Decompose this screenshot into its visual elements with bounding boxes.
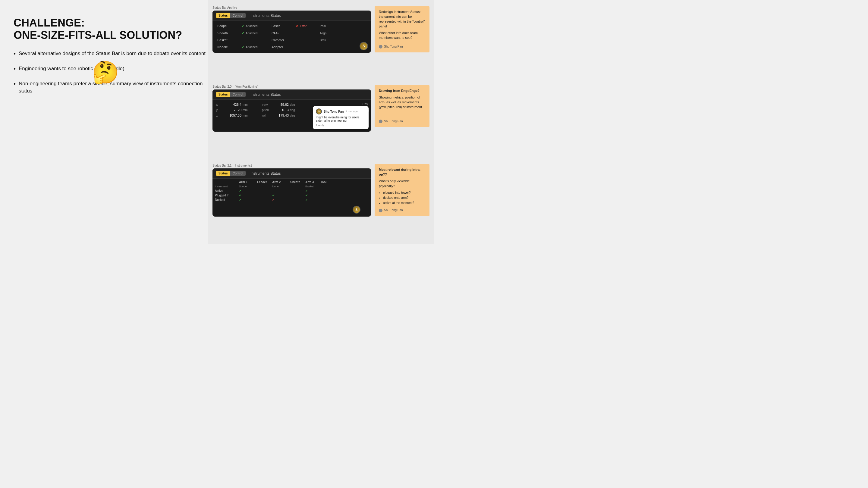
- author-icon-3: [379, 209, 382, 213]
- thinking-emoji: 🤔: [92, 60, 119, 85]
- cell-adapter-status: [294, 44, 318, 50]
- row3-sticky-author: Shu Tong Pan: [379, 208, 425, 213]
- bullet-dot: •: [13, 64, 16, 73]
- right-panel: Status Bar Archive Status Control Instru…: [208, 0, 434, 244]
- cell-basket-label: Basket: [216, 38, 240, 42]
- cell-scope-label: Scope: [216, 23, 240, 29]
- row3-mockup-wrapper: Status Bar 2.1 – Instruments? Status Con…: [213, 164, 371, 217]
- row2-sticky-text: Drawing from EngoEnge? Showing metrics: …: [379, 89, 425, 117]
- row3-toggle[interactable]: Status Control: [216, 171, 246, 176]
- row2-title: Instruments Status: [250, 93, 281, 97]
- row1-label: Status Bar Archive: [213, 6, 371, 9]
- cell-adapter-label: Adapter: [270, 44, 294, 50]
- row3-avatar-container: S: [352, 206, 361, 214]
- row3-control-btn[interactable]: Control: [230, 171, 246, 176]
- row1-sticky-text: Redesign Instrument Status: the current …: [379, 10, 425, 42]
- comment-header: S Shu Tong Pan 7 mo. ago: [316, 108, 366, 115]
- comment-avatar: S: [316, 108, 322, 115]
- row3-sticky: Most relevant during intra-op?? What's o…: [375, 164, 430, 216]
- cell-sheath-status: ✔Attached: [240, 30, 270, 36]
- row1-mockup: Status Control Instruments Status Scope …: [213, 10, 371, 53]
- instr-sub-header: Instrument Scope None Basket: [215, 185, 369, 188]
- row1-title: Instruments Status: [250, 13, 281, 18]
- row2-control-btn[interactable]: Control: [230, 92, 246, 97]
- instr-docked-row: Docked ✔ ✕ ✔: [215, 198, 369, 201]
- cell-laser-label: Laser: [270, 23, 294, 29]
- row1-instruments: Scope ✔Attached Laser ✕Error Posi Sheath…: [213, 21, 371, 53]
- row1-mockup-wrapper: Status Bar Archive Status Control Instru…: [213, 6, 371, 53]
- cell-empty: [318, 44, 334, 50]
- row2-sticky: Drawing from EngoEnge? Showing metrics: …: [375, 85, 430, 127]
- row3-sticky-text: Most relevant during intra-op?? What's o…: [379, 167, 425, 206]
- row-1: Status Bar Archive Status Control Instru…: [213, 6, 430, 80]
- cell-scope-status: ✔Attached: [240, 23, 270, 29]
- cell-sheath-label: Sheath: [216, 30, 240, 36]
- row1-avatar: S: [360, 42, 368, 50]
- instr-active-row: Active ✔ ✔: [215, 189, 369, 193]
- bullet-item-1: • Several alternative designs of the Sta…: [13, 50, 210, 58]
- row2-sticky-author: Shu Tong Pan: [379, 119, 425, 124]
- left-panel: CHALLENGE: ONE-SIZE-FITS-ALL SOLUTION? •…: [13, 17, 210, 94]
- row3-mockup: Status Control Instruments Status Arm 1 …: [213, 168, 371, 217]
- row3-sticky-bullets: plugged into tower? docked onto arm? act…: [379, 190, 425, 205]
- cell-catheter-status: [294, 38, 318, 42]
- row2-comment: S Shu Tong Pan 7 mo. ago might be overwh…: [313, 106, 369, 129]
- instr-pluggedin-row: Plugged In ✔ ✔ ✔: [215, 194, 369, 197]
- row2-toggle[interactable]: Status Control: [216, 92, 246, 97]
- row2-mockup-wrapper: Status Bar 2.0 – "Arm Positioning" Statu…: [213, 85, 371, 132]
- row1-control-btn[interactable]: Control: [230, 13, 246, 18]
- cell-needle-label: Needle: [216, 44, 240, 50]
- row1-toggle[interactable]: Status Control: [216, 13, 246, 18]
- row3-status-btn[interactable]: Status: [216, 171, 230, 176]
- row2-status-bar: Status Control Instruments Status: [213, 90, 371, 100]
- instr-header: Arm 1 Leader Arm 2 Sheath Arm 3 Tool: [215, 181, 369, 184]
- row3-status-bar: Status Control Instruments Status: [213, 168, 371, 178]
- cell-laser-status: ✕Error: [294, 23, 318, 29]
- row3-avatar: S: [352, 206, 361, 214]
- cell-align: Align: [318, 30, 334, 36]
- row1-status-bar: Status Control Instruments Status: [213, 10, 371, 21]
- row2-status-btn[interactable]: Status: [216, 92, 230, 97]
- row1-sticky-author: Shu Tong Pan: [379, 44, 425, 49]
- row3-title: Instruments Status: [250, 171, 281, 175]
- row2-mockup: Status Control Instruments Status x -426…: [213, 90, 371, 132]
- bullet-dot: •: [13, 50, 16, 58]
- row1-status-btn[interactable]: Status: [216, 13, 230, 18]
- page-title: CHALLENGE: ONE-SIZE-FITS-ALL SOLUTION?: [13, 17, 210, 41]
- row2-label: Status Bar 2.0 – "Arm Positioning": [213, 85, 371, 88]
- cell-posi: Posi: [318, 23, 334, 29]
- row1-sticky: Redesign Instrument Status: the current …: [375, 6, 430, 53]
- row3-instr-table: Arm 1 Leader Arm 2 Sheath Arm 3 Tool Ins…: [213, 178, 371, 203]
- cell-brak: Brak: [318, 38, 334, 42]
- cell-cfg-status: [294, 30, 318, 36]
- row-3: Status Bar 2.1 – Instruments? Status Con…: [213, 164, 430, 238]
- cell-catheter-label: Catheter: [270, 38, 294, 42]
- row3-label: Status Bar 2.1 – Instruments?: [213, 164, 371, 167]
- bullet-dot: •: [13, 79, 16, 88]
- row1-avatar-container: S: [360, 42, 368, 50]
- row-2: Status Bar 2.0 – "Arm Positioning" Statu…: [213, 85, 430, 159]
- author-icon-2: [379, 120, 382, 123]
- cell-needle-status: ✔Attached: [240, 44, 270, 50]
- cell-basket-status: [240, 38, 270, 42]
- author-icon: [379, 45, 382, 48]
- cell-cfg-label: CFG: [270, 30, 294, 36]
